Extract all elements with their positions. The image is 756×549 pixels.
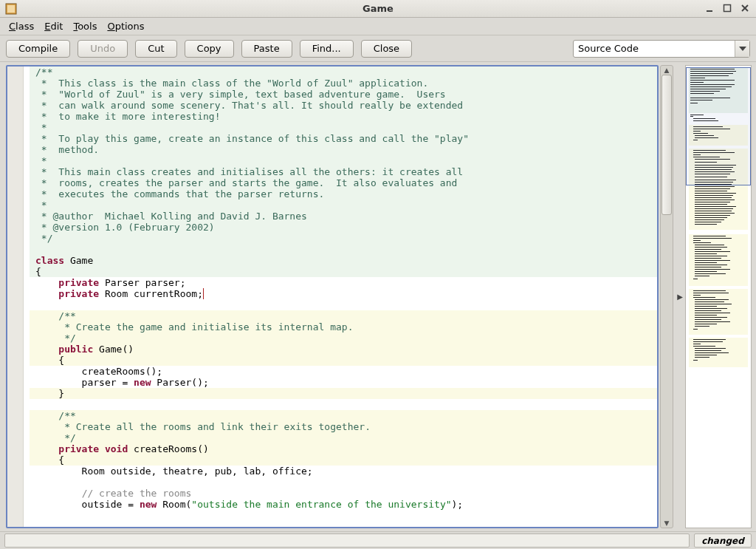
code-line[interactable]: */ [30,333,657,344]
minimap-line [695,219,724,220]
code-line[interactable]: * rooms, creates the parser and starts t… [30,177,657,188]
svg-marker-6 [739,47,746,51]
code-line[interactable]: * executes the commands that the parser … [30,188,657,200]
code-area[interactable]: /** * This class is the main class of th… [30,67,657,527]
minimap-line [695,206,736,207]
minimap-line [695,211,732,211]
minimap-line [695,191,727,191]
editor-vertical-scrollbar[interactable]: ▲ ▼ [660,65,673,528]
code-line[interactable]: /** [30,67,657,78]
minimap-viewport[interactable] [686,67,751,185]
minimap-line [695,249,721,250]
compile-button[interactable]: Compile [6,40,70,58]
minimap-line [695,215,730,216]
code-line[interactable]: * "World of Zuul" is a very simple, text… [30,89,657,100]
toolbar: Compile Undo Cut Copy Paste Find... Clos… [0,35,756,62]
code-line[interactable] [30,244,657,255]
minimap-line [695,273,726,274]
editor-gutter[interactable] [7,67,24,527]
scroll-down-icon[interactable]: ▼ [661,519,673,528]
scroll-up-icon[interactable]: ▲ [661,66,673,75]
status-message [4,533,690,548]
scroll-thumb[interactable] [662,75,672,215]
minimap-line [693,297,715,298]
code-line[interactable]: */ [30,432,657,443]
code-line[interactable]: parser = new Parser(); [30,377,657,388]
code-line[interactable]: * [30,200,657,211]
minimap-line [695,308,727,309]
minimap-line [695,251,730,252]
menu-tools[interactable]: Tools [69,19,101,33]
minimize-button[interactable] [703,1,716,15]
minimap-line [695,260,730,261]
code-line[interactable]: */ [30,233,657,244]
code-line[interactable]: createRooms(); [30,366,657,377]
code-line[interactable]: * Create the game and initialise its int… [30,321,657,333]
code-line[interactable]: * [30,155,657,166]
code-line[interactable]: { [30,266,657,277]
minimap-line [695,224,717,225]
view-selector-value: Source Code [578,43,639,54]
minimap-line [695,348,726,349]
minimap-line [693,279,698,279]
minimap-line [695,200,735,200]
minimap-line [695,245,724,245]
minimap-line [693,346,715,347]
code-line[interactable]: outside = new Room("outside the main ent… [30,499,657,510]
app-icon [3,1,19,17]
paste-button[interactable]: Paste [241,40,292,58]
code-line[interactable]: * To play this game, create an instance … [30,133,657,144]
cut-button[interactable]: Cut [135,40,176,58]
code-line[interactable]: public Game() [30,344,657,355]
minimap-line [695,193,736,194]
code-line[interactable]: private Parser parser; [30,277,657,288]
view-selector[interactable]: Source Code [573,40,750,58]
code-line[interactable]: { [30,454,657,466]
minimap-line [695,326,709,327]
minimap-line [695,352,729,353]
code-line[interactable]: * to make it more interesting! [30,111,657,122]
code-line[interactable]: /** [30,410,657,421]
code-line[interactable]: class Game [30,255,657,266]
code-line[interactable]: * [30,122,657,133]
minimap-line [693,329,698,330]
undo-button[interactable]: Undo [78,40,128,58]
panel-collapse-handle[interactable]: ▶ [676,62,684,531]
code-line[interactable]: private Room currentRoom; [30,288,657,299]
code-line[interactable]: // create the rooms [30,488,657,499]
minimap-line [695,357,709,358]
minimap-line [695,317,727,318]
minimap-line [695,315,717,316]
menu-edit[interactable]: Edit [40,19,67,33]
code-line[interactable]: * This main class creates and initialise… [30,166,657,177]
code-line[interactable]: Room outside, theatre, pub, lab, office; [30,466,657,477]
menu-options[interactable]: Options [103,19,148,33]
find-button[interactable]: Find... [300,40,354,58]
breakpoint-strip[interactable] [24,67,30,527]
minimap-line [693,290,726,291]
code-line[interactable]: * This class is the main class of the "W… [30,78,657,89]
code-line[interactable] [30,477,657,488]
code-line[interactable]: /** [30,310,657,321]
code-line[interactable] [30,399,657,410]
minimap-line [695,262,717,263]
code-line[interactable]: * can walk around some scenery. That's a… [30,100,657,111]
code-line[interactable]: * method. [30,144,657,155]
code-line[interactable]: * @version 1.0 (February 2002) [30,222,657,233]
minimap-line [695,301,724,302]
minimap-line [695,258,721,259]
close-editor-button[interactable]: Close [361,40,412,58]
code-editor[interactable]: /** * This class is the main class of th… [6,65,659,528]
code-line[interactable]: } [30,388,657,399]
code-line[interactable]: * Create all the rooms and link their ex… [30,421,657,432]
code-line[interactable]: * @author Michael Kolling and David J. B… [30,211,657,222]
copy-button[interactable]: Copy [185,40,234,58]
minimap-line [695,213,735,214]
maximize-button[interactable] [721,1,734,15]
code-line[interactable] [30,299,657,310]
code-line[interactable]: { [30,355,657,366]
menu-class[interactable]: Class [4,19,38,33]
close-button[interactable] [738,1,752,15]
code-line[interactable]: private void createRooms() [30,443,657,454]
code-minimap[interactable] [685,65,752,528]
